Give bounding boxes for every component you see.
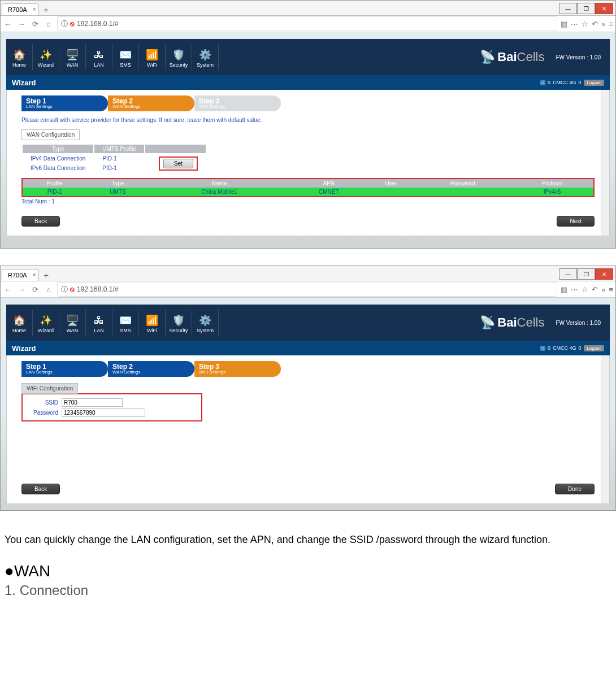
home-icon[interactable]: ⌂ — [44, 285, 54, 294]
minimize-button[interactable]: — — [559, 268, 577, 280]
table-row[interactable]: PID-1 UMTS China Mobile1 CMNET IPv4v6 — [22, 188, 594, 197]
tab-close-icon[interactable]: × — [33, 272, 36, 278]
toolbar-right: ▥ ⋯ ☆ ↶ » ≡ — [561, 20, 613, 28]
nav-home[interactable]: 🏠Home — [6, 310, 33, 336]
main-nav: 🏠Home ✨Wizard 🖥️WAN 🖧LAN ✉️SMS 📶WiFi 🛡️S… — [6, 310, 219, 336]
nav-wan[interactable]: 🖥️WAN — [59, 44, 86, 70]
nav-security[interactable]: 🛡️Security — [166, 310, 192, 336]
menu-icon[interactable]: ≡ — [609, 20, 613, 28]
table-header: Profile Type Name APN User Password Prot… — [22, 179, 594, 188]
step-1[interactable]: Step 1LAN Settings — [21, 361, 108, 377]
url-text: 192.168.0.1/# — [77, 285, 118, 293]
star-icon[interactable]: ☆ — [582, 285, 588, 294]
forward-icon[interactable]: → — [16, 285, 27, 294]
reload-icon[interactable]: ⟳ — [30, 20, 40, 28]
forward-icon[interactable]: → — [16, 20, 27, 28]
nav-home[interactable]: 🏠Home — [6, 44, 33, 70]
insecure-icon: ⦸ — [70, 20, 75, 28]
address-bar[interactable]: ⓘ ⦸ 192.168.0.1/# — [57, 282, 557, 297]
undo-icon[interactable]: ↶ — [592, 285, 598, 294]
chevron-icon[interactable]: » — [601, 285, 605, 294]
status-count2: 0 — [579, 80, 582, 85]
nav-sms[interactable]: ✉️SMS — [112, 44, 139, 70]
browser-tab[interactable]: R700A × — [2, 3, 39, 15]
star-icon[interactable]: ☆ — [582, 20, 588, 28]
browser-tab[interactable]: R700A × — [2, 269, 39, 281]
maximize-button[interactable]: ❐ — [577, 268, 595, 280]
home-icon[interactable]: ⌂ — [44, 20, 54, 28]
table-row: IPv4 Data Connection PID-1 Set — [23, 154, 206, 163]
wifi-config-tab[interactable]: WiFi Configuration — [21, 383, 78, 394]
wizard-footer: Back Done — [21, 484, 595, 494]
nav-security[interactable]: 🛡️Security — [166, 44, 192, 70]
back-button[interactable]: Back — [21, 216, 60, 227]
nav-wifi[interactable]: 📶WiFi — [139, 310, 166, 336]
nav-wifi[interactable]: 📶WiFi — [139, 44, 166, 70]
tab-close-icon[interactable]: × — [33, 6, 36, 12]
home-icon: 🏠 — [6, 313, 32, 328]
nav-wizard[interactable]: ✨Wizard — [33, 44, 59, 70]
signal-icon: 📡 — [480, 315, 495, 330]
reader-icon[interactable]: ▥ — [561, 285, 567, 294]
logout-button[interactable]: Logout — [584, 80, 604, 86]
url-text: 192.168.0.1/# — [77, 20, 118, 28]
fw-version: FW Version : 1.00 — [556, 54, 601, 60]
page-titlebar: Wizard ▫ 0 CMCC 4G 0 Logout — [6, 75, 610, 90]
address-bar[interactable]: ⓘ ⦸ 192.168.0.1/# — [57, 16, 557, 31]
logout-button[interactable]: Logout — [584, 345, 604, 351]
more-icon[interactable]: ⋯ — [571, 20, 578, 28]
page-title: Wizard — [12, 344, 36, 353]
more-icon[interactable]: ⋯ — [571, 285, 578, 294]
undo-icon[interactable]: ↶ — [592, 20, 598, 28]
screenshot-step3: — ❐ ✕ R700A × + ← → ⟳ ⌂ ⓘ ⦸ 192.168.0.1/… — [0, 266, 616, 511]
done-button[interactable]: Done — [555, 484, 595, 494]
nav-system[interactable]: ⚙️System — [192, 310, 219, 336]
nav-lan[interactable]: 🖧LAN — [86, 310, 112, 336]
ssid-input[interactable] — [62, 398, 123, 407]
step-3[interactable]: Step 3WiFi Settings — [194, 95, 281, 111]
carrier: CMCC 4G — [553, 345, 576, 351]
step-3[interactable]: Step 3WiFi Settings — [194, 361, 281, 377]
password-label: Password — [27, 410, 58, 416]
nav-wan[interactable]: 🖥️WAN — [59, 310, 86, 336]
back-icon[interactable]: ← — [3, 285, 13, 294]
hint-text: Please consult with service provider for… — [21, 117, 595, 123]
menu-icon[interactable]: ≡ — [609, 285, 613, 294]
status-pill: ▫ — [540, 346, 545, 351]
close-button[interactable]: ✕ — [595, 268, 613, 280]
doc-heading-wan: ●WAN — [5, 562, 616, 580]
wan-config-tab[interactable]: WAN Configuration — [21, 129, 80, 140]
nav-wizard[interactable]: ✨Wizard — [33, 310, 59, 336]
step-2[interactable]: Step 2WAN Settings — [108, 95, 194, 111]
reader-icon[interactable]: ▥ — [561, 20, 567, 28]
step-2[interactable]: Step 2WAN Settings — [108, 361, 194, 377]
next-button[interactable]: Next — [557, 216, 595, 227]
back-icon[interactable]: ← — [3, 20, 13, 28]
wifi-icon: 📶 — [139, 313, 165, 328]
scrollbar[interactable] — [601, 90, 609, 236]
close-button[interactable]: ✕ — [595, 3, 613, 14]
set-button[interactable]: Set — [163, 159, 193, 168]
scrollbar[interactable] — [601, 355, 609, 503]
password-input[interactable] — [62, 408, 145, 417]
status-bar: ▫ 0 CMCC 4G 0 Logout — [540, 345, 604, 351]
maximize-button[interactable]: ❐ — [577, 3, 595, 14]
nav-system[interactable]: ⚙️System — [192, 44, 219, 70]
window-controls: — ❐ ✕ — [559, 3, 613, 14]
step-1[interactable]: Step 1LAN Settings — [21, 95, 108, 111]
chevron-icon[interactable]: » — [601, 20, 605, 28]
connection-table: Type UMTS Profile IPv4 Data Connection P… — [21, 144, 207, 173]
new-tab-button[interactable]: + — [39, 271, 53, 281]
browser-tabstrip: R700A × + — [1, 1, 615, 16]
doc-heading-connection: 1. Connection — [5, 583, 616, 598]
nav-sms[interactable]: ✉️SMS — [112, 310, 139, 336]
browser-toolbar: ← → ⟳ ⌂ ⓘ ⦸ 192.168.0.1/# ▥ ⋯ ☆ ↶ » ≡ — [1, 281, 615, 298]
reload-icon[interactable]: ⟳ — [30, 285, 40, 294]
browser-tabstrip: R700A × + — [1, 266, 615, 281]
step-indicator: Step 1LAN Settings Step 2WAN Settings St… — [21, 95, 595, 111]
nav-lan[interactable]: 🖧LAN — [86, 44, 112, 70]
wizard-icon: ✨ — [33, 313, 59, 328]
minimize-button[interactable]: — — [559, 3, 577, 14]
new-tab-button[interactable]: + — [39, 5, 53, 15]
back-button[interactable]: Back — [21, 484, 60, 494]
